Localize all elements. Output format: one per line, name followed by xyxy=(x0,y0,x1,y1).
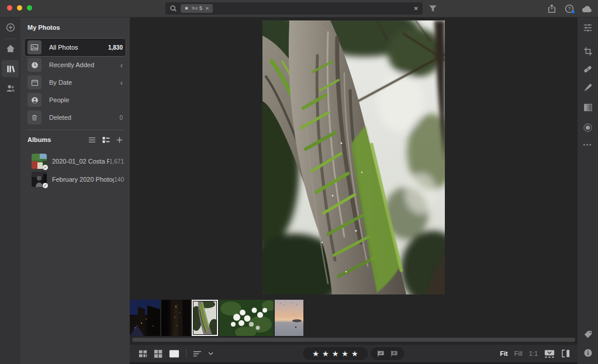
lightroom-window: ★ >= 5 ✕ ✕ ? xyxy=(0,0,598,364)
filmstrip-thumb-sunset-sea[interactable] xyxy=(275,300,303,336)
right-edit-rail: ••• xyxy=(578,18,598,364)
search-filter-chip[interactable]: ★ >= 5 ✕ xyxy=(181,4,213,13)
keywords-tag-button[interactable] xyxy=(578,330,598,339)
rail-divider xyxy=(5,39,16,39)
edit-sliders-button[interactable] xyxy=(578,23,598,33)
clock-icon xyxy=(27,58,42,72)
all-photos-count: 1,830 xyxy=(108,44,123,51)
minimize-window-button[interactable] xyxy=(17,5,22,11)
photo-grid-view-icon[interactable] xyxy=(139,349,147,358)
sidebar-item-label: By Date xyxy=(49,79,72,86)
album-thumb-list-icon-active[interactable] xyxy=(102,137,110,143)
flag-controls xyxy=(371,347,405,360)
flag-pick-icon[interactable] xyxy=(377,350,385,357)
trash-icon xyxy=(27,110,42,124)
filter-funnel-icon[interactable] xyxy=(428,4,437,13)
sort-chevron-down-icon[interactable] xyxy=(208,352,213,355)
filmstrip-toggle-icon[interactable] xyxy=(544,349,555,358)
brush-tool-button[interactable] xyxy=(578,83,598,92)
flag-reject-icon[interactable] xyxy=(390,350,399,357)
left-navigation-rail xyxy=(0,18,20,364)
zoom-fit-button[interactable]: Fit xyxy=(500,350,507,357)
filmstrip-scrollbar[interactable] xyxy=(132,338,575,342)
title-bar: ★ >= 5 ✕ ✕ ? xyxy=(0,0,598,18)
close-window-button[interactable] xyxy=(7,5,12,11)
synced-check-badge: ✓ xyxy=(43,183,48,188)
collapse-chevron-icon[interactable]: ‹ xyxy=(120,61,123,69)
ellipsis-icon: ••• xyxy=(583,142,592,148)
shared-albums-button[interactable] xyxy=(0,84,20,93)
info-button[interactable] xyxy=(578,348,598,358)
filmstrip xyxy=(130,300,303,336)
sidebar-item-label: Deleted xyxy=(49,114,71,121)
sidebar-item-people[interactable]: People xyxy=(25,91,126,109)
star-rating-control[interactable]: ★★★★★ xyxy=(303,347,368,360)
detail-view-icon-active[interactable] xyxy=(169,349,179,358)
library-button-active[interactable] xyxy=(2,60,19,77)
zoom-window-button[interactable] xyxy=(27,5,32,11)
five-star-rating[interactable]: ★★★★★ xyxy=(310,350,361,358)
zoom-1-1-button[interactable]: 1:1 xyxy=(529,350,538,357)
filmstrip-thumb-dark-alley[interactable] xyxy=(161,300,191,336)
section-divider xyxy=(26,130,124,130)
album-item-february-2020[interactable]: ✓ February 2020 Photogr... 140 xyxy=(20,171,130,188)
filmstrip-thumb-mossy-tree-selected[interactable] xyxy=(192,300,218,336)
library-books-icon xyxy=(6,64,15,74)
add-photos-button[interactable] xyxy=(0,23,20,32)
more-tools-button[interactable]: ••• xyxy=(578,142,598,148)
search-icon xyxy=(170,5,177,12)
synced-check-badge: ✓ xyxy=(43,165,48,170)
star-icon: ★ xyxy=(184,6,189,11)
window-controls xyxy=(7,5,32,11)
filmstrip-thumb-night-street[interactable] xyxy=(130,300,160,336)
calendar-icon xyxy=(27,75,42,89)
albums-title: Albums xyxy=(27,136,51,143)
crop-tool-button[interactable] xyxy=(578,47,598,56)
album-count: 1,671 xyxy=(109,158,124,165)
selected-photo-mossy-tree[interactable] xyxy=(262,20,445,294)
cloud-sync-icon[interactable] xyxy=(582,5,593,13)
sidebar-item-recently-added[interactable]: Recently Added ‹ xyxy=(25,56,126,74)
toolbar-divider xyxy=(186,349,186,358)
share-icon[interactable] xyxy=(547,4,556,13)
photos-icon xyxy=(27,40,42,54)
filmstrip-thumb-white-flowers[interactable] xyxy=(219,300,274,336)
album-cover-thumbnail: ✓ xyxy=(32,154,47,169)
sidebar-item-label: People xyxy=(49,96,69,103)
person-circle-icon xyxy=(27,93,42,107)
chip-label: >= 5 xyxy=(192,6,202,11)
healing-brush-button[interactable] xyxy=(578,64,598,74)
sidebar-item-deleted[interactable]: Deleted 0 xyxy=(25,109,126,126)
sidebar: My Photos All Photos 1,830 Recently Adde… xyxy=(20,18,130,364)
add-album-icon[interactable] xyxy=(116,137,123,143)
search-clear-icon[interactable]: ✕ xyxy=(414,5,419,12)
deleted-count: 0 xyxy=(119,115,123,121)
radial-gradient-tool-button[interactable] xyxy=(578,123,598,133)
album-count: 140 xyxy=(114,176,124,183)
zoom-fill-button[interactable]: Fill xyxy=(514,350,523,357)
sort-order-icon[interactable] xyxy=(193,350,202,358)
album-item-costa-rica[interactable]: ✓ 2020-01_02 Costa Rica 1,671 xyxy=(20,153,130,169)
linear-gradient-tool-button[interactable] xyxy=(578,103,598,112)
sidebar-item-all-photos[interactable]: All Photos 1,830 xyxy=(25,39,126,56)
sidebar-item-label: All Photos xyxy=(49,44,78,51)
notification-dot xyxy=(572,11,575,13)
home-button[interactable] xyxy=(0,44,20,53)
square-grid-view-icon[interactable] xyxy=(154,349,163,358)
my-photos-title: My Photos xyxy=(27,24,60,31)
album-list-view-icon[interactable] xyxy=(88,137,96,143)
sidebar-item-by-date[interactable]: By Date ‹ xyxy=(25,74,126,91)
album-name: February 2020 Photogr... xyxy=(52,176,114,183)
bottom-toolbar: ★★★★★ Fit Fill 1:1 xyxy=(130,345,578,362)
sidebar-item-label: Recently Added xyxy=(49,61,94,68)
search-input[interactable]: ★ >= 5 ✕ ✕ xyxy=(165,2,423,15)
detail-view-canvas: ★★★★★ Fit Fill 1:1 xyxy=(130,18,578,364)
chip-close-icon[interactable]: ✕ xyxy=(205,6,209,11)
album-name: 2020-01_02 Costa Rica xyxy=(52,158,109,165)
album-cover-thumbnail: ✓ xyxy=(32,172,47,187)
split-view-icon[interactable] xyxy=(561,349,571,358)
collapse-chevron-icon[interactable]: ‹ xyxy=(120,79,123,86)
svg-text:?: ? xyxy=(568,6,571,12)
